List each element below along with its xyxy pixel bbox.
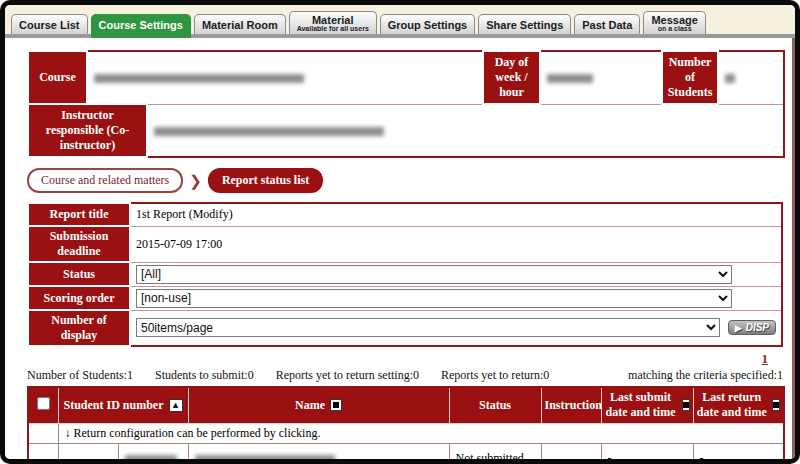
tab-group-settings[interactable]: Group Settings (380, 14, 475, 34)
instructor-value-cell (147, 104, 784, 157)
tab-material-room[interactable]: Material Room (194, 14, 286, 34)
breadcrumb: Course and related matters ❯ Report stat… (27, 168, 782, 193)
row-checkbox-cell[interactable] (28, 443, 58, 464)
row-instruction (541, 443, 601, 464)
number-of-students-value-cell (718, 51, 784, 104)
redacted-instructor-name (154, 127, 384, 136)
stat-reports-yet-return-setting: Reports yet to return setting:0 (276, 368, 419, 383)
tab-message[interactable]: Message on a class (643, 11, 705, 34)
col-status-label: Status (449, 387, 541, 423)
col-last-return-label: Last return date and time (697, 390, 768, 420)
col-name-label: Name (295, 398, 325, 413)
student-row: Not submitted - - (28, 443, 784, 464)
report-status-table: Student ID number ▲ Name Status Instruct… (27, 386, 785, 464)
course-label: Course (28, 51, 87, 104)
page-number-link-top[interactable]: 1 (762, 351, 769, 366)
play-icon: ▶ (735, 323, 742, 333)
tab-share-settings[interactable]: Share Settings (478, 14, 571, 34)
tab-material-sublabel: Available for all users (297, 25, 369, 32)
redacted-day-of-week (547, 74, 593, 83)
last-submit-sort-toggle-icon[interactable] (682, 399, 690, 411)
tab-bar: Course List Course Settings Material Roo… (5, 5, 795, 38)
report-filter-form: Report title 1st Report (Modify) Submiss… (27, 202, 783, 347)
sort-asc-icon[interactable]: ▲ (169, 399, 183, 412)
course-value-cell (87, 51, 483, 104)
redacted-student-name (195, 455, 335, 464)
status-select[interactable]: [All] (136, 265, 732, 284)
report-title-value: 1st Report (Modify) (130, 203, 782, 226)
return-config-note: ↓ Return configuration can be performed … (58, 423, 784, 443)
number-of-display-label: Number of display (28, 310, 130, 346)
row-status: Not submitted (449, 443, 541, 464)
tab-course-settings[interactable]: Course Settings (91, 14, 191, 34)
app-window: Course List Course Settings Material Roo… (0, 0, 800, 464)
col-student-id-label: Student ID number (63, 398, 163, 413)
stat-reports-yet-return: Reports yet to return:0 (441, 368, 549, 383)
scoring-order-select[interactable]: [non-use] (136, 289, 732, 308)
col-last-submit-label: Last submit date and time (605, 390, 677, 420)
student-id-cell (118, 443, 188, 464)
stat-number-of-students: Number of Students:1 (27, 368, 133, 383)
page-content: Course Day of week / hour Number of Stud… (5, 38, 795, 462)
submission-deadline-label: Submission deadline (28, 226, 130, 262)
tab-course-list[interactable]: Course List (11, 14, 88, 34)
select-all-checkbox[interactable] (37, 397, 50, 410)
day-of-week-value-cell (540, 51, 662, 104)
row-last-return: - (693, 443, 784, 464)
tab-material[interactable]: Material Available for all users (289, 11, 377, 34)
redacted-course-name (94, 74, 304, 83)
course-info-table: Course Day of week / hour Number of Stud… (27, 50, 785, 158)
col-instruction-label: Instruction (541, 387, 601, 423)
stat-students-to-submit: Students to submit:0 (155, 368, 254, 383)
breadcrumb-report-status-list: Report status list (208, 168, 323, 193)
breadcrumb-course-matters[interactable]: Course and related matters (27, 168, 183, 193)
redacted-student-count (725, 74, 735, 83)
stats-line: Number of Students:1 Students to submit:… (27, 368, 783, 383)
last-return-sort-toggle-icon[interactable] (772, 399, 780, 411)
disp-button[interactable]: ▶DISP (728, 320, 776, 335)
number-of-students-label: Number of Students (662, 51, 718, 104)
number-of-display-select[interactable]: 50items/page (136, 318, 720, 337)
student-name-cell (188, 443, 449, 464)
day-of-week-label: Day of week / hour (483, 51, 540, 104)
scoring-order-label: Scoring order (28, 286, 130, 310)
name-sort-toggle-icon[interactable] (330, 399, 342, 411)
status-label: Status (28, 262, 130, 286)
tab-message-sublabel: on a class (651, 25, 697, 32)
tab-past-data[interactable]: Past Data (574, 14, 640, 34)
instructor-label: Instructor responsible (Co-instructor) (28, 104, 147, 157)
stat-matching-criteria: matching the criteria specified:1 (628, 368, 783, 383)
redacted-student-id (125, 455, 177, 464)
row-last-submit: - (601, 443, 693, 464)
report-title-label: Report title (28, 203, 130, 226)
submission-deadline-value: 2015-07-09 17:00 (130, 226, 782, 262)
return-config-cell[interactable] (58, 443, 118, 464)
chevron-right-icon: ❯ (189, 172, 202, 190)
note-row-spacer (28, 423, 58, 443)
